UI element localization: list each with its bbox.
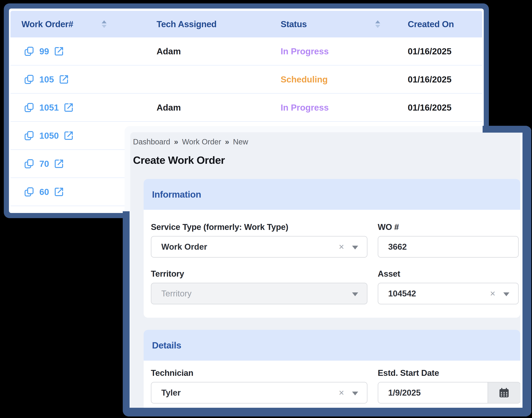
breadcrumb-item-work-order[interactable]: Work Order [182, 138, 221, 146]
information-section-heading: Information [144, 179, 520, 210]
calendar-icon [498, 387, 509, 398]
clear-icon[interactable]: × [490, 289, 495, 298]
wo-number-input[interactable] [378, 236, 519, 258]
column-header-label: Tech Assigned [157, 19, 217, 29]
asset-field: Asset 104542 × [378, 269, 519, 304]
table-header-row: Work Order# Tech Assigned Status Created… [11, 11, 482, 37]
column-header-status[interactable]: Status [281, 19, 408, 29]
copy-icon[interactable] [24, 158, 35, 169]
column-header-label: Status [281, 19, 307, 29]
service-type-value: Work Order [151, 242, 339, 252]
clear-icon[interactable]: × [339, 388, 344, 397]
create-work-order-panel: Dashboard » Work Order » New Create Work… [125, 126, 531, 416]
start-date-input-group [378, 382, 520, 404]
service-type-field: Service Type (formerly: Work Type) Work … [151, 222, 368, 258]
created-on-cell: 01/16/2025 [408, 102, 482, 113]
form-panel-border-right [522, 126, 531, 417]
breadcrumb: Dashboard » Work Order » New [133, 138, 248, 146]
sort-icon[interactable] [375, 20, 380, 28]
column-header-work-order[interactable]: Work Order# [11, 19, 157, 29]
column-header-label: Created On [408, 19, 454, 29]
breadcrumb-separator-icon: » [174, 138, 178, 146]
table-row: 99 Adam In Progress 01/16/2025 [11, 37, 482, 66]
table-row: 105 Scheduling 01/16/2025 [11, 66, 482, 94]
work-order-cell: 99 [11, 46, 157, 57]
work-order-cell: 105 [11, 74, 157, 85]
information-section: Information Service Type (formerly: Work… [144, 179, 520, 318]
territory-label: Territory [151, 269, 368, 279]
asset-value: 104542 [378, 289, 490, 298]
copy-icon[interactable] [24, 74, 35, 85]
territory-placeholder: Territory [151, 289, 352, 298]
work-order-cell: 1051 [11, 102, 157, 113]
copy-icon[interactable] [24, 102, 35, 113]
technician-select[interactable]: Tyler × [151, 382, 368, 404]
asset-label: Asset [378, 269, 519, 279]
start-date-label: Estd. Start Date [378, 368, 520, 378]
calendar-button[interactable] [487, 383, 520, 403]
copy-icon[interactable] [24, 130, 35, 141]
status-cell: In Progress [281, 102, 408, 113]
form-panel-border-bottom [123, 408, 531, 417]
chevron-down-icon[interactable] [352, 246, 358, 249]
wo-number-field: WO # [378, 222, 519, 258]
column-header-tech-assigned: Tech Assigned [157, 19, 281, 29]
service-type-label: Service Type (formerly: Work Type) [151, 222, 368, 232]
copy-icon[interactable] [24, 186, 35, 197]
create-work-order-page: Dashboard » Work Order » New Create Work… [130, 132, 520, 413]
chevron-down-icon[interactable] [352, 292, 358, 296]
sort-icon[interactable] [102, 20, 107, 28]
created-on-cell: 01/16/2025 [408, 46, 482, 57]
work-order-number-link[interactable]: 1051 [39, 102, 59, 113]
asset-select[interactable]: 104542 × [378, 283, 519, 304]
external-link-icon[interactable] [54, 46, 64, 56]
breadcrumb-item-new[interactable]: New [233, 138, 248, 146]
chevron-down-icon[interactable] [352, 392, 358, 395]
clear-icon[interactable]: × [339, 242, 344, 251]
work-order-number-link[interactable]: 70 [39, 159, 49, 169]
territory-select[interactable]: Territory [151, 283, 368, 304]
wo-number-label: WO # [378, 222, 519, 232]
tech-assigned-cell: Adam [157, 46, 281, 57]
external-link-icon[interactable] [64, 103, 73, 113]
work-order-number-link[interactable]: 99 [39, 46, 49, 57]
status-cell: In Progress [281, 46, 408, 57]
start-date-input[interactable] [378, 383, 487, 403]
form-panel-border-left [123, 211, 130, 417]
copy-icon[interactable] [24, 46, 35, 57]
work-order-number-link[interactable]: 105 [39, 74, 54, 84]
work-order-number-link[interactable]: 60 [39, 187, 49, 197]
work-order-number-link[interactable]: 1050 [39, 130, 59, 141]
technician-label: Technician [151, 368, 368, 378]
external-link-icon[interactable] [64, 131, 73, 141]
technician-value: Tyler [151, 388, 339, 397]
technician-field: Technician Tyler × [151, 368, 368, 404]
service-type-select[interactable]: Work Order × [151, 236, 368, 258]
external-link-icon[interactable] [59, 74, 69, 84]
chevron-down-icon[interactable] [503, 292, 509, 296]
column-header-created-on: Created On [408, 19, 482, 29]
table-row: 1051 Adam In Progress 01/16/2025 [11, 94, 482, 122]
breadcrumb-separator-icon: » [225, 138, 229, 146]
start-date-field: Estd. Start Date [378, 368, 520, 404]
status-cell: Scheduling [281, 74, 408, 84]
page-title: Create Work Order [133, 154, 225, 166]
created-on-cell: 01/16/2025 [408, 74, 482, 84]
details-section-heading: Details [144, 330, 520, 361]
external-link-icon[interactable] [54, 187, 64, 197]
tech-assigned-cell: Adam [157, 102, 281, 113]
column-header-label: Work Order# [22, 19, 73, 29]
breadcrumb-item-dashboard[interactable]: Dashboard [133, 138, 170, 146]
details-section: Details Technician Tyler × Estd. S [144, 330, 520, 413]
territory-field: Territory Territory [151, 269, 368, 304]
external-link-icon[interactable] [54, 159, 64, 169]
screen: Work Order# Tech Assigned Status Created… [0, 0, 532, 418]
